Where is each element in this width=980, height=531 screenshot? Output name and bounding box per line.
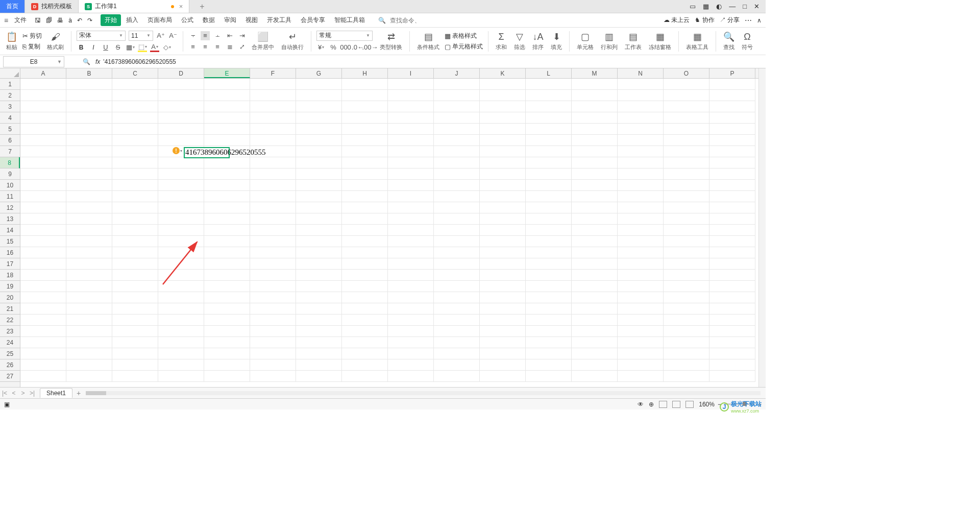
cell[interactable]	[66, 359, 112, 371]
new-tab-button[interactable]: +	[189, 0, 214, 13]
cell[interactable]	[618, 124, 664, 135]
cell[interactable]	[112, 180, 158, 191]
align-right-icon[interactable]: ≡	[213, 42, 222, 52]
redo-icon[interactable]: ↷	[87, 17, 92, 24]
cell[interactable]	[664, 348, 709, 359]
cell[interactable]	[480, 146, 526, 157]
save-as-icon[interactable]: 🗐	[46, 17, 52, 24]
clear-format-icon[interactable]: ◇▾	[162, 43, 172, 52]
cell[interactable]	[342, 79, 388, 90]
cell[interactable]	[388, 79, 434, 90]
font-color-icon[interactable]: A▾	[150, 43, 159, 52]
cell[interactable]	[342, 348, 388, 359]
maximize-icon[interactable]: □	[743, 3, 747, 10]
cell[interactable]	[480, 337, 526, 348]
cell[interactable]	[66, 180, 112, 191]
cell[interactable]	[66, 258, 112, 270]
cell[interactable]	[158, 247, 204, 258]
cell[interactable]	[112, 359, 158, 371]
cell[interactable]	[664, 292, 709, 303]
cell[interactable]	[388, 247, 434, 258]
cell[interactable]	[250, 112, 296, 124]
column-header-G[interactable]: G	[296, 68, 342, 78]
row-header-17[interactable]: 17	[0, 258, 20, 270]
cell[interactable]	[526, 180, 572, 191]
cell[interactable]	[112, 213, 158, 225]
cell[interactable]	[388, 101, 434, 112]
formula-input[interactable]	[103, 58, 766, 65]
filter-group[interactable]: ▽筛选	[512, 31, 527, 51]
column-header-L[interactable]: L	[526, 68, 572, 78]
cell[interactable]	[434, 359, 480, 371]
row-header-6[interactable]: 6	[0, 135, 20, 146]
cell[interactable]	[342, 168, 388, 180]
cell[interactable]	[250, 236, 296, 247]
cell[interactable]	[526, 303, 572, 315]
cell[interactable]	[204, 101, 250, 112]
cell[interactable]	[572, 135, 618, 146]
cell[interactable]	[480, 236, 526, 247]
cell[interactable]	[204, 270, 250, 281]
cell[interactable]	[434, 281, 480, 292]
cell[interactable]	[112, 337, 158, 348]
cell[interactable]	[20, 191, 66, 202]
cell[interactable]	[526, 135, 572, 146]
cell[interactable]	[388, 236, 434, 247]
cell[interactable]	[388, 292, 434, 303]
cell[interactable]	[480, 359, 526, 371]
cell[interactable]	[20, 348, 66, 359]
cell[interactable]	[204, 112, 250, 124]
cell[interactable]	[20, 371, 66, 382]
cell[interactable]	[342, 281, 388, 292]
cell[interactable]	[664, 124, 709, 135]
row-header-7[interactable]: 7	[0, 146, 20, 157]
close-tab-icon[interactable]: ×	[179, 3, 183, 10]
cloud-status[interactable]: ☁ 未上云	[664, 16, 690, 25]
cell[interactable]	[709, 281, 755, 292]
cell[interactable]	[480, 157, 526, 168]
cell[interactable]	[204, 90, 250, 101]
cell[interactable]	[158, 303, 204, 315]
cell[interactable]	[250, 157, 296, 168]
cell[interactable]	[296, 303, 342, 315]
cell[interactable]	[66, 202, 112, 213]
cell[interactable]	[709, 337, 755, 348]
cell[interactable]	[158, 348, 204, 359]
cell[interactable]	[112, 348, 158, 359]
cell[interactable]	[66, 315, 112, 326]
orientation-icon[interactable]: ⤢	[237, 42, 247, 52]
cell[interactable]	[20, 225, 66, 236]
cell[interactable]	[250, 213, 296, 225]
cell[interactable]	[526, 146, 572, 157]
row-header-10[interactable]: 10	[0, 180, 20, 191]
cell[interactable]	[112, 270, 158, 281]
cell[interactable]	[664, 191, 709, 202]
increase-font-icon[interactable]: A⁺	[156, 31, 165, 40]
cell[interactable]	[664, 180, 709, 191]
cell[interactable]	[250, 281, 296, 292]
coop-button[interactable]: ♞ 协作	[695, 16, 714, 25]
column-header-A[interactable]: A	[20, 68, 66, 78]
table-style-button[interactable]: ▦表格样式	[445, 32, 483, 40]
font-name-select[interactable]: 宋体▼	[77, 31, 126, 41]
cell[interactable]	[158, 315, 204, 326]
column-header-C[interactable]: C	[112, 68, 158, 78]
cell[interactable]	[526, 348, 572, 359]
cell[interactable]	[296, 146, 342, 157]
cell[interactable]	[618, 101, 664, 112]
cell[interactable]	[618, 90, 664, 101]
cell[interactable]	[434, 180, 480, 191]
cell[interactable]	[296, 281, 342, 292]
cell[interactable]	[480, 292, 526, 303]
cell[interactable]	[342, 124, 388, 135]
cell[interactable]	[618, 270, 664, 281]
cell[interactable]	[20, 303, 66, 315]
view-normal-icon[interactable]	[659, 401, 667, 408]
cell[interactable]	[20, 90, 66, 101]
cell[interactable]	[526, 168, 572, 180]
cell[interactable]	[572, 101, 618, 112]
cell[interactable]	[66, 337, 112, 348]
cell[interactable]	[526, 359, 572, 371]
cell[interactable]	[709, 236, 755, 247]
tab-data[interactable]: 数据	[199, 14, 219, 26]
